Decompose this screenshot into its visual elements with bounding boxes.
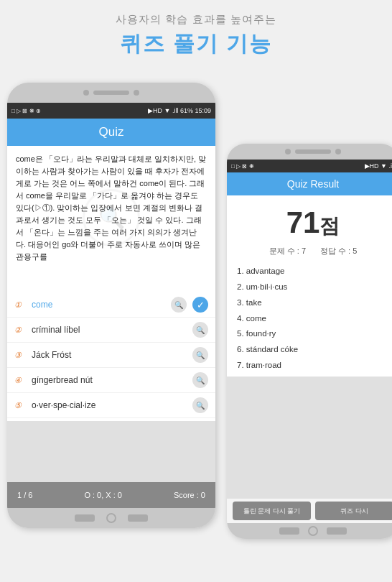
result-score-section: 71점 — [227, 195, 392, 246]
speaker-right — [295, 149, 331, 154]
nav-recent-btn-right[interactable] — [327, 527, 347, 535]
nav-home-btn-right[interactable] — [308, 526, 318, 536]
stat-total: 문제 수 : 7 — [269, 246, 306, 257]
option-num-2: ② — [14, 325, 26, 335]
result-list: 1. advantage2. um·bil·i·cus3. take4. com… — [227, 261, 392, 377]
option-item-2[interactable]: ②críminal líbel🔍 — [7, 318, 215, 343]
option-num-4: ④ — [14, 376, 26, 385]
status-bar-left: □ ▷ ⊠ ❋ ⊕ ▶HD ▼ .ill 61% 15:09 — [7, 103, 215, 119]
status-info-left: ▶HD ▼ .ill 61% 15:09 — [148, 107, 211, 114]
result-item-3: 3. take — [237, 295, 389, 311]
quiz-text-area: come은 「오다」라는 우리말과 대체로 일치하지만, 맞이하는 사람과 찾아… — [7, 146, 215, 290]
footer-score-info: O : 0, X : 0 — [84, 491, 122, 499]
footer-score: Score : 0 — [174, 491, 205, 499]
phone-top-bar-right — [227, 144, 392, 160]
header-section: 사용자의 학습 효과를 높여주는 퀴즈 풀기 기능 — [0, 0, 392, 66]
option-search-btn-3[interactable]: 🔍 — [192, 347, 208, 363]
header-title: 퀴즈 풀기 기능 — [0, 29, 392, 59]
status-info-right: ▶HD ▼ .ill — [365, 162, 392, 170]
nav-recent-btn[interactable] — [128, 514, 148, 522]
result-item-6: 6. stándard cóke — [237, 342, 389, 358]
result-item-1: 1. advantage — [237, 264, 389, 280]
phone-left: □ ▷ ⊠ ❋ ⊕ ▶HD ▼ .ill 61% 15:09 Quiz come… — [7, 83, 215, 528]
app-title-bar-right: Quiz Result — [227, 172, 392, 195]
speaker-left — [93, 91, 129, 95]
option-item-5[interactable]: ⑤o·ver·spe·cial·ize🔍 — [7, 393, 215, 418]
option-check-1: ✓ — [192, 297, 208, 313]
phone-top-bar-left — [7, 83, 215, 103]
quiz-footer: 1 / 6 O : 0, X : 0 Score : 0 — [7, 482, 215, 508]
option-search-btn-5[interactable]: 🔍 — [192, 397, 208, 413]
nav-back-btn[interactable] — [75, 514, 95, 522]
app-title-left: Quiz — [99, 125, 124, 139]
header-subtitle: 사용자의 학습 효과를 높여주는 — [0, 13, 392, 27]
phone-bottom-bar-left — [7, 508, 215, 528]
option-num-5: ⑤ — [14, 401, 26, 410]
result-score-number: 71점 — [227, 205, 392, 240]
status-icons-left: □ ▷ ⊠ ❋ ⊕ — [11, 108, 41, 114]
sensor-right — [335, 149, 341, 154]
option-num-3: ③ — [14, 351, 26, 360]
option-text-4: gíngerbread nút — [32, 375, 187, 385]
front-camera-right — [285, 149, 291, 154]
stat-correct: 정답 수 : 5 — [320, 246, 357, 257]
option-item-3[interactable]: ③Jáck Fróst🔍 — [7, 343, 215, 368]
status-bar-right: □ ▷ ⊠ ❋ ▶HD ▼ .ill — [227, 160, 392, 172]
option-search-btn-2[interactable]: 🔍 — [192, 322, 208, 338]
result-item-5: 5. found·ry — [237, 326, 389, 342]
phone-right: □ ▷ ⊠ ❋ ▶HD ▼ .ill Quiz Result 71점 문제 수 … — [227, 144, 392, 539]
notification-icons-right: □ ▷ ⊠ ❋ — [231, 163, 254, 170]
option-num-1: ① — [14, 300, 26, 310]
quiz-body-text: come은 「오다」라는 우리말과 대체로 일치하지만, 맞이하는 사람과 찾아… — [16, 154, 206, 261]
retry-wrong-button[interactable]: 틀린 문제 다시 풀기 — [233, 502, 311, 520]
sensor-left — [134, 90, 139, 96]
app-title-right: Quiz Result — [287, 178, 339, 190]
option-search-btn-4[interactable]: 🔍 — [192, 372, 208, 388]
options-list: ①come🔍✓②críminal líbel🔍③Jáck Fróst🔍④gíng… — [7, 290, 215, 421]
option-search-btn-1[interactable]: 🔍 — [171, 297, 187, 313]
result-item-7: 7. tram·road — [237, 358, 389, 374]
option-item-1[interactable]: ①come🔍✓ — [7, 292, 215, 318]
result-footer: 틀린 문제 다시 풀기 퀴즈 다시 — [227, 499, 392, 523]
option-text-3: Jáck Fróst — [32, 350, 187, 360]
option-text-1: come — [32, 300, 165, 310]
option-item-4[interactable]: ④gíngerbread nút🔍 — [7, 368, 215, 393]
phone-bottom-bar-right — [227, 523, 392, 539]
front-camera — [83, 90, 89, 96]
result-item-4: 4. come — [237, 311, 389, 327]
notification-icons: □ ▷ ⊠ ❋ ⊕ — [11, 108, 41, 114]
status-icons-right: □ ▷ ⊠ ❋ — [231, 163, 254, 170]
nav-home-btn[interactable] — [106, 513, 116, 523]
option-text-2: críminal líbel — [32, 325, 187, 335]
app-title-bar-left: Quiz — [7, 119, 215, 146]
option-text-5: o·ver·spe·cial·ize — [32, 400, 187, 410]
nav-back-btn-right[interactable] — [279, 527, 299, 535]
footer-page: 1 / 6 — [17, 491, 32, 499]
result-stats: 문제 수 : 7 정답 수 : 5 — [227, 246, 392, 261]
result-item-2: 2. um·bil·i·cus — [237, 280, 389, 295]
quiz-again-button[interactable]: 퀴즈 다시 — [315, 502, 392, 520]
